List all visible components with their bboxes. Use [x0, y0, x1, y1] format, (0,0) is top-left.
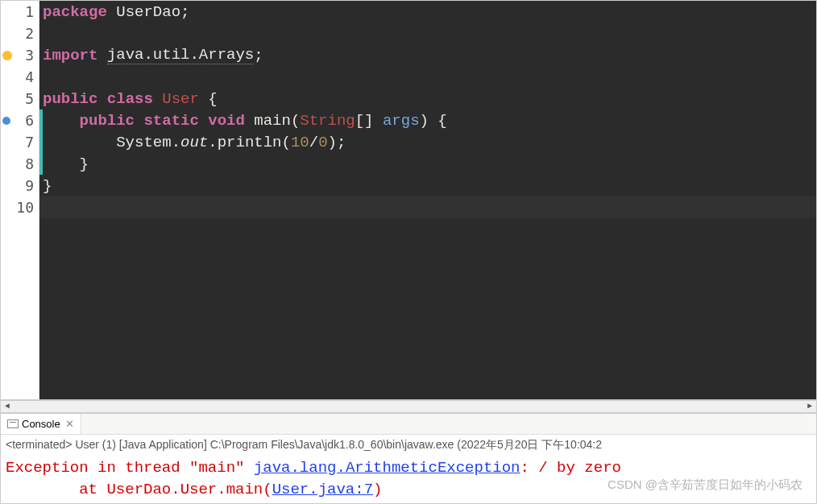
scroll-left-icon[interactable]: ◄: [1, 401, 14, 412]
line-number: 5: [25, 90, 34, 107]
line-number: 6: [25, 112, 34, 129]
line-number: 7: [25, 134, 34, 151]
gutter-row: 2: [1, 23, 39, 44]
console-panel: Console ✕ <terminated> User (1) [Java Ap…: [0, 413, 817, 504]
code-line[interactable]: [39, 23, 816, 44]
line-number: 2: [25, 25, 34, 42]
code-line[interactable]: package UserDao;: [39, 1, 816, 23]
code-area[interactable]: package UserDao;import java.util.Arrays;…: [39, 1, 816, 399]
source-link[interactable]: User.java:7: [272, 481, 373, 498]
gutter-row: 1: [1, 1, 39, 23]
gutter-row: 3: [1, 44, 39, 66]
code-line[interactable]: [39, 66, 816, 88]
gutter-row: 8: [1, 153, 39, 175]
line-number: 10: [16, 199, 34, 216]
console-tab-bar: Console ✕: [1, 414, 816, 435]
console-stacktrace-line: at UserDao.User.main(User.java:7): [6, 479, 811, 502]
gutter-row: 9: [1, 175, 39, 196]
gutter-row: 7: [1, 131, 39, 153]
gutter-row: 4: [1, 66, 39, 88]
code-line[interactable]: System.out.println(10/0);: [39, 131, 816, 153]
warning-marker-icon: [2, 51, 12, 60]
gutter-row: 6: [1, 109, 39, 131]
code-editor-pane[interactable]: 12345678910 package UserDao;import java.…: [0, 0, 817, 400]
code-line[interactable]: public static void main(String[] args) {: [39, 109, 816, 131]
line-number: 9: [25, 177, 34, 194]
line-number-gutter: 12345678910: [1, 1, 39, 399]
console-tab-label: Console: [22, 418, 60, 430]
line-number: 1: [25, 3, 34, 20]
code-line[interactable]: }: [39, 175, 816, 196]
scroll-right-icon[interactable]: ►: [803, 401, 816, 412]
console-output[interactable]: Exception in thread "main" java.lang.Ari…: [1, 456, 816, 503]
console-status: <terminated> User (1) [Java Application]…: [1, 435, 816, 456]
code-line[interactable]: [39, 196, 816, 218]
gutter-row: 10: [1, 196, 39, 218]
close-icon[interactable]: ✕: [64, 418, 74, 430]
console-exception-line: Exception in thread "main" java.lang.Ari…: [6, 457, 811, 480]
gutter-row: 5: [1, 88, 39, 109]
console-tab[interactable]: Console ✕: [1, 414, 81, 434]
line-number: 3: [25, 47, 34, 64]
horizontal-scrollbar[interactable]: ◄ ►: [0, 400, 817, 413]
line-number: 8: [25, 155, 34, 172]
console-icon: [7, 419, 19, 428]
exception-link[interactable]: java.lang.ArithmeticException: [254, 459, 520, 477]
code-line[interactable]: }: [39, 153, 816, 175]
code-line[interactable]: import java.util.Arrays;: [39, 44, 816, 66]
line-number: 4: [25, 68, 34, 85]
method-marker-icon: [2, 117, 10, 125]
code-line[interactable]: public class User {: [39, 88, 816, 109]
